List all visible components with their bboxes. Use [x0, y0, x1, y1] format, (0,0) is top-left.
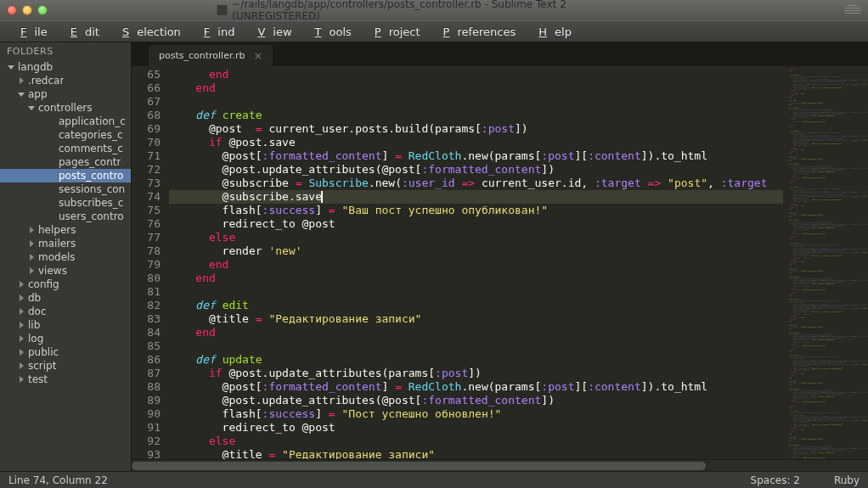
code-line[interactable]: @post = current_user.posts.build(params[…: [169, 122, 783, 136]
blank-icon: [48, 212, 56, 221]
menu-tools[interactable]: Tools: [300, 23, 359, 41]
folder-config[interactable]: config: [0, 278, 131, 291]
code-line[interactable]: if @post.update_attributes(params[:post]…: [169, 367, 783, 380]
tree-item-label: helpers: [38, 224, 76, 236]
folder-lib[interactable]: lib: [0, 318, 131, 332]
folder-log[interactable]: log: [0, 332, 131, 345]
file-subscribes_c[interactable]: subscribes_c: [0, 196, 131, 210]
folder-controllers[interactable]: controllers: [0, 101, 131, 115]
code-line[interactable]: @title = "Редактирование записи": [169, 312, 783, 326]
chevron-right-icon[interactable]: [17, 321, 25, 329]
tab-posts-controller[interactable]: posts_controller.rb ×: [149, 45, 273, 66]
status-position[interactable]: Line 74, Column 22: [8, 474, 108, 486]
folder-test[interactable]: test: [0, 373, 131, 386]
code-line[interactable]: else: [169, 435, 783, 448]
scrollbar-thumb[interactable]: [132, 462, 706, 470]
minimize-window-button[interactable]: [22, 5, 32, 15]
code-line[interactable]: @post[:formatted_content] = RedCloth.new…: [169, 149, 783, 163]
file-sessions_con[interactable]: sessions_con: [0, 182, 131, 196]
menu-find[interactable]: Find: [189, 23, 243, 41]
folder-app[interactable]: app: [0, 87, 131, 101]
menu-preferences[interactable]: Preferences: [428, 23, 524, 41]
chevron-down-icon[interactable]: [27, 104, 36, 112]
code-line[interactable]: redirect_to @post: [169, 217, 783, 231]
chevron-down-icon[interactable]: [17, 90, 25, 98]
close-window-button[interactable]: [7, 5, 17, 15]
folder-doc[interactable]: doc: [0, 305, 131, 318]
minimap[interactable]: end end def create @post = current_user.…: [783, 66, 868, 459]
chevron-right-icon[interactable]: [17, 362, 25, 370]
code-line[interactable]: flash[:success] = "Ваш пост успешно опуб…: [169, 204, 783, 217]
code-line[interactable]: @title = "Редактирование записи": [169, 448, 783, 459]
tree-item-label: mailers: [38, 238, 76, 250]
tree-item-label: .redcar: [28, 75, 64, 87]
file-comments_c[interactable]: comments_c: [0, 142, 131, 155]
code-line[interactable]: end: [169, 81, 783, 95]
code-line[interactable]: @post[:formatted_content] = RedCloth.new…: [169, 380, 783, 394]
file-users_contro[interactable]: users_contro: [0, 210, 131, 223]
folder-langdb[interactable]: langdb: [0, 60, 131, 74]
code-line[interactable]: redirect_to @post: [169, 421, 783, 435]
tree-item-label: lib: [28, 319, 40, 331]
code-line[interactable]: end: [169, 258, 783, 272]
chevron-right-icon[interactable]: [27, 266, 36, 275]
code-line[interactable]: @subscribe.save: [169, 190, 783, 204]
code-line[interactable]: render 'new': [169, 244, 783, 258]
close-icon[interactable]: ×: [253, 49, 262, 62]
menu-file[interactable]: File: [5, 23, 55, 41]
chevron-right-icon[interactable]: [17, 307, 25, 316]
chevron-right-icon[interactable]: [17, 76, 25, 85]
code-line[interactable]: [169, 339, 783, 353]
menu-view[interactable]: View: [242, 23, 299, 41]
chevron-right-icon[interactable]: [27, 253, 36, 261]
code-line[interactable]: end: [169, 326, 783, 339]
folder-script[interactable]: script: [0, 359, 131, 373]
folder-db[interactable]: db: [0, 291, 131, 305]
folder-tree: langdb.redcarappcontrollersapplication_c…: [0, 60, 131, 471]
chevron-right-icon[interactable]: [17, 348, 25, 356]
code-area[interactable]: end end def create @post = current_user.…: [169, 66, 783, 459]
zoom-window-button[interactable]: [37, 5, 48, 15]
folder-.redcar[interactable]: .redcar: [0, 74, 131, 87]
folder-public[interactable]: public: [0, 345, 131, 359]
tree-item-label: subscribes_c: [59, 197, 123, 209]
code-line[interactable]: [169, 285, 783, 299]
menu-project[interactable]: Project: [359, 23, 428, 41]
menu-selection[interactable]: Selection: [107, 23, 189, 41]
tree-item-label: views: [38, 265, 67, 277]
code-line[interactable]: end: [169, 68, 783, 81]
code-line[interactable]: if @post.save: [169, 136, 783, 149]
folder-mailers[interactable]: mailers: [0, 237, 131, 250]
code-line[interactable]: flash[:success] = "Пост успешно обновлен…: [169, 407, 783, 421]
code-line[interactable]: def create: [169, 109, 783, 122]
chevron-right-icon[interactable]: [17, 375, 25, 384]
chevron-right-icon[interactable]: [17, 280, 25, 289]
menu-edit[interactable]: Edit: [55, 23, 107, 41]
horizontal-scrollbar[interactable]: [132, 459, 868, 471]
file-posts_contro[interactable]: posts_contro: [0, 169, 131, 182]
editor-area: posts_controller.rb × 656667686970717273…: [132, 42, 868, 471]
status-language[interactable]: Ruby: [834, 474, 860, 486]
file-pages_contr[interactable]: pages_contr: [0, 155, 131, 169]
menu-help[interactable]: Help: [523, 23, 579, 41]
code-line[interactable]: @post.update_attributes(@post[:formatted…: [169, 394, 783, 407]
code-line[interactable]: else: [169, 231, 783, 244]
chevron-right-icon[interactable]: [17, 294, 25, 302]
code-line[interactable]: @subscribe = Subscribe.new(:user_id => c…: [169, 177, 783, 190]
code-line[interactable]: end: [169, 272, 783, 285]
file-categories_c[interactable]: categories_c: [0, 128, 131, 142]
chevron-right-icon[interactable]: [17, 334, 25, 343]
code-line[interactable]: @post.update_attributes(@post[:formatted…: [169, 163, 783, 177]
chevron-right-icon[interactable]: [27, 226, 36, 234]
tree-item-label: users_contro: [59, 210, 124, 222]
chevron-down-icon[interactable]: [7, 63, 15, 71]
chevron-right-icon[interactable]: [27, 239, 36, 248]
folder-models[interactable]: models: [0, 250, 131, 264]
file-application_c[interactable]: application_c: [0, 115, 131, 128]
folder-views[interactable]: views: [0, 264, 131, 278]
code-line[interactable]: [169, 95, 783, 109]
status-spaces[interactable]: Spaces: 2: [751, 474, 800, 486]
code-line[interactable]: def edit: [169, 299, 783, 312]
folder-helpers[interactable]: helpers: [0, 223, 131, 237]
code-line[interactable]: def update: [169, 353, 783, 367]
